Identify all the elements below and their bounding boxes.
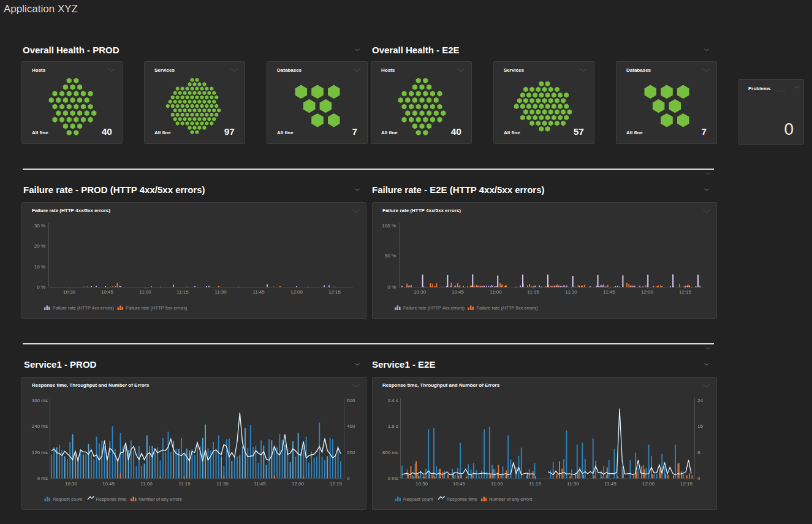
svg-text:10:45: 10:45 (453, 481, 466, 487)
svg-text:12:00: 12:00 (290, 289, 303, 295)
svg-text:0 %: 0 % (387, 284, 396, 290)
svg-text:11:15: 11:15 (527, 289, 539, 295)
svg-text:0: 0 (697, 476, 700, 481)
svg-text:800 ms: 800 ms (382, 450, 398, 455)
svg-text:360 ms: 360 ms (32, 398, 48, 403)
svg-text:10:45: 10:45 (101, 289, 114, 295)
svg-text:Failure rate (HTTP 4xx errors): Failure rate (HTTP 4xx errors) (53, 305, 114, 311)
svg-text:0 ms: 0 ms (388, 476, 398, 481)
svg-text:30 %: 30 % (34, 223, 45, 229)
svg-text:10:30: 10:30 (414, 289, 427, 295)
svg-text:10 %: 10 % (34, 264, 45, 270)
svg-text:11:45: 11:45 (604, 481, 617, 487)
svg-text:240 ms: 240 ms (32, 423, 48, 429)
svg-text:10:30: 10:30 (63, 289, 76, 295)
svg-text:0 %: 0 % (37, 284, 45, 290)
svg-text:Response time: Response time (447, 496, 477, 502)
svg-text:12:15: 12:15 (679, 289, 692, 295)
svg-text:Failure rate (HTTP 4xx errors): Failure rate (HTTP 4xx errors) (403, 305, 465, 311)
svg-text:Failure rate (HTTP 5xx errors): Failure rate (HTTP 5xx errors) (126, 305, 188, 311)
svg-text:50 %: 50 % (385, 253, 396, 259)
svg-text:1.6 s: 1.6 s (388, 423, 398, 429)
svg-text:Request count: Request count (403, 496, 433, 502)
svg-text:11:30: 11:30 (214, 289, 227, 295)
svg-text:Failure rate (HTTP 5xx errors): Failure rate (HTTP 5xx errors) (477, 305, 538, 311)
svg-text:10:45: 10:45 (452, 289, 465, 295)
svg-text:120 ms: 120 ms (32, 450, 48, 455)
svg-text:10:30: 10:30 (415, 481, 428, 487)
svg-text:11:15: 11:15 (178, 481, 191, 487)
svg-text:11:00: 11:00 (491, 481, 503, 487)
svg-text:10:45: 10:45 (102, 481, 115, 487)
svg-text:11:30: 11:30 (567, 481, 579, 487)
svg-text:10:30: 10:30 (65, 481, 78, 487)
svg-text:12:15: 12:15 (680, 481, 693, 487)
svg-text:8: 8 (697, 450, 700, 455)
svg-text:12:00: 12:00 (642, 481, 655, 487)
svg-text:400: 400 (347, 423, 355, 429)
svg-text:11:15: 11:15 (176, 289, 189, 295)
svg-text:24: 24 (697, 398, 703, 403)
svg-text:0 ms: 0 ms (37, 476, 48, 481)
svg-text:12:15: 12:15 (330, 481, 343, 487)
svg-text:Number of any errors: Number of any errors (138, 496, 182, 502)
svg-text:11:00: 11:00 (139, 289, 151, 295)
svg-text:Number of any errors: Number of any errors (489, 496, 533, 502)
svg-text:0: 0 (347, 476, 350, 481)
svg-text:2.4 s: 2.4 s (388, 398, 398, 403)
svg-text:16: 16 (697, 423, 703, 429)
svg-text:20 %: 20 % (34, 243, 45, 249)
svg-text:12:15: 12:15 (328, 289, 341, 295)
svg-text:12:00: 12:00 (641, 289, 654, 295)
svg-text:Request count: Request count (53, 496, 83, 502)
svg-text:11:30: 11:30 (565, 289, 577, 295)
svg-text:11:45: 11:45 (252, 289, 265, 295)
svg-text:11:00: 11:00 (140, 481, 153, 487)
svg-text:11:00: 11:00 (490, 289, 502, 295)
svg-text:11:15: 11:15 (529, 481, 541, 487)
svg-text:600: 600 (347, 398, 355, 403)
svg-text:11:45: 11:45 (254, 481, 266, 487)
svg-text:100 %: 100 % (382, 223, 396, 229)
svg-text:11:30: 11:30 (216, 481, 229, 487)
svg-text:200: 200 (347, 450, 355, 455)
svg-text:Response time: Response time (96, 496, 127, 502)
svg-text:11:45: 11:45 (603, 289, 615, 295)
svg-text:12:00: 12:00 (292, 481, 305, 487)
